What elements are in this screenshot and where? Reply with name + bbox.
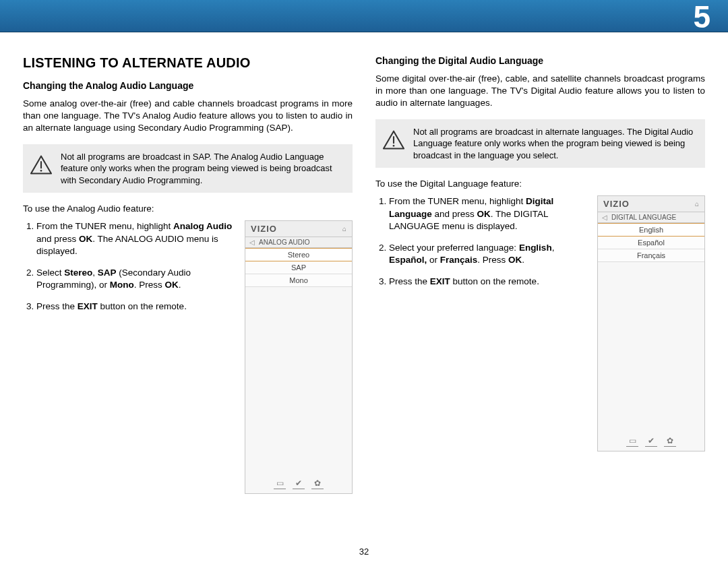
v-icon: ✔: [645, 437, 657, 447]
page-body: LISTENING TO ALTERNATE AUDIO Changing th…: [0, 32, 728, 501]
warning-icon: [30, 155, 53, 175]
warning-icon: [382, 130, 405, 150]
use-line-analog: To use the Analog Audio feature:: [23, 204, 353, 214]
note-box-analog: Not all programs are broadcast in SAP. T…: [23, 144, 353, 193]
subheading-digital: Changing the Digital Audio Language: [375, 55, 705, 66]
step-item: Press the EXIT button on the remote.: [36, 301, 234, 313]
step-item: From the TUNER menu, highlight Digital L…: [389, 195, 586, 232]
back-icon: ◁: [602, 214, 607, 221]
step-item: Select your preferred language: English,…: [389, 242, 586, 266]
menu-item: SAP: [245, 261, 352, 274]
menu-footer: ▭ ✔ ✿: [245, 476, 352, 493]
vizio-logo: VIZIO: [251, 224, 277, 234]
menu-footer: ▭ ✔ ✿: [598, 434, 704, 451]
step-item: Press the EXIT button on the remote.: [389, 276, 586, 288]
menu-screenshot-analog: VIZIO ⌂ ◁ ANALOG AUDIO StereoSAPMono ▭ ✔…: [245, 220, 353, 494]
intro-digital: Some digital over-the-air (free), cable,…: [375, 73, 705, 110]
steps-list-digital: From the TUNER menu, highlight Digital L…: [375, 195, 586, 297]
header-band: 5: [0, 0, 728, 32]
step-item: From the TUNER menu, highlight Analog Au…: [36, 220, 234, 257]
steps-row-digital: From the TUNER menu, highlight Digital L…: [375, 195, 705, 451]
menu-screenshot-digital: VIZIO ⌂ ◁ DIGITAL LANGUAGE EnglishEspaño…: [597, 195, 705, 451]
left-column: LISTENING TO ALTERNATE AUDIO Changing th…: [23, 55, 353, 494]
menu-item: Mono: [245, 274, 352, 287]
menu-title-row: ◁ ANALOG AUDIO: [245, 237, 352, 248]
gear-icon: ✿: [311, 479, 324, 489]
menu-item: Stereo: [245, 248, 352, 261]
steps-list-analog: From the TUNER menu, highlight Analog Au…: [23, 220, 234, 322]
v-icon: ✔: [293, 479, 305, 489]
intro-analog: Some analog over-the-air (free) and cabl…: [23, 98, 353, 135]
note-text-analog: Not all programs are broadcast in SAP. T…: [61, 151, 343, 187]
menu-empty-area: [598, 262, 704, 434]
vizio-logo: VIZIO: [603, 199, 630, 209]
wide-icon: ▭: [626, 437, 638, 447]
section-heading: LISTENING TO ALTERNATE AUDIO: [23, 55, 353, 71]
subheading-analog: Changing the Analog Audio Language: [23, 80, 353, 91]
menu-title: DIGITAL LANGUAGE: [611, 214, 676, 221]
menu-item: English: [598, 223, 704, 237]
right-column: Changing the Digital Audio Language Some…: [375, 55, 705, 494]
note-box-digital: Not all programs are broadcast in altern…: [375, 119, 705, 168]
use-line-digital: To use the Digital Language feature:: [375, 179, 705, 189]
menu-header: VIZIO ⌂: [598, 196, 704, 212]
home-icon: ⌂: [342, 225, 346, 232]
step-item: Select Stereo, SAP (Secondary Audio Prog…: [36, 267, 234, 291]
note-text-digital: Not all programs are broadcast in altern…: [413, 126, 696, 162]
chapter-number: 5: [693, 0, 710, 35]
menu-empty-area: [245, 287, 352, 476]
home-icon: ⌂: [695, 200, 699, 208]
menu-header: VIZIO ⌂: [245, 221, 352, 237]
svg-point-3: [393, 145, 395, 147]
page-number: 32: [359, 547, 369, 557]
gear-icon: ✿: [664, 437, 676, 447]
menu-title-row: ◁ DIGITAL LANGUAGE: [598, 212, 704, 223]
svg-point-1: [40, 170, 42, 172]
wide-icon: ▭: [274, 479, 286, 489]
back-icon: ◁: [249, 239, 255, 246]
steps-row-analog: From the TUNER menu, highlight Analog Au…: [23, 220, 353, 494]
menu-item: Español: [598, 237, 704, 249]
menu-item: Français: [598, 249, 704, 262]
menu-title: ANALOG AUDIO: [259, 239, 310, 246]
